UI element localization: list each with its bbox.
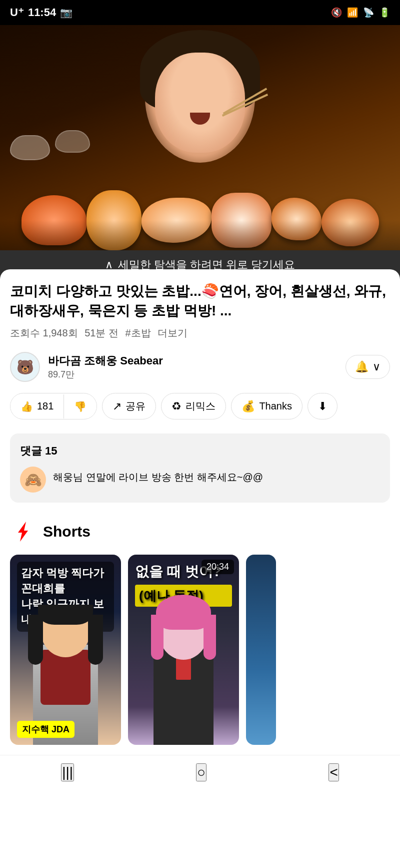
short-card-1[interactable]: 감자 먹방 찍다가 꼰대희를나락 입구까지 보내는 오해원: [10, 555, 121, 745]
view-count: 조회수 1,948회: [10, 327, 78, 338]
comment-text: 해웅님 연말에 라이브 방송 한번 해주세요~@@: [53, 467, 263, 485]
channel-name: 바다곰 조해웅 Seabear: [48, 353, 163, 368]
channel-avatar: 🐻: [10, 352, 40, 382]
share-label: 공유: [126, 399, 146, 413]
video-title: 코미치 다양하고 맛있는 초밥...🍣연어, 장어, 흰살생선, 와규,대하장새…: [10, 281, 390, 320]
time-ago: 51분 전: [84, 327, 118, 338]
thanks-label: Thanks: [259, 400, 292, 412]
short-thumbnail-1: 감자 먹방 찍다가 꼰대희를나락 입구까지 보내는 오해원: [10, 555, 121, 745]
thumbs-up-icon: 👍: [20, 400, 33, 412]
download-button[interactable]: ⬇: [308, 393, 338, 419]
like-button[interactable]: 👍 181: [10, 394, 64, 418]
status-right: 🔇 📶 📡 🔋: [331, 7, 390, 18]
shorts-logo-icon: [10, 519, 36, 545]
shorts-title: Shorts: [43, 523, 90, 540]
battery-icon: 🔋: [379, 7, 390, 18]
short-thumbnail-2: 없을 때 벗어? (예나 동절): [128, 555, 239, 745]
camera-icon: 📷: [60, 7, 72, 19]
status-left: U⁺ 11:54 📷: [10, 6, 72, 19]
like-dislike-section: 👍 181 👎: [10, 393, 97, 419]
more-button[interactable]: 더보기: [158, 327, 188, 338]
action-row: 👍 181 👎 ↗ 공유 ♻ 리믹스 💰 Thanks ⬇: [10, 393, 390, 421]
mute-icon: 🔇: [331, 7, 342, 18]
short-duration-2: 20:34: [202, 560, 234, 574]
carrier-label: U⁺: [10, 6, 24, 19]
short-badge-1: 지수핵 JDA: [17, 721, 74, 738]
download-icon: ⬇: [318, 400, 327, 413]
signal-icon: 📡: [363, 7, 374, 18]
remix-label: 리믹스: [186, 399, 216, 413]
video-meta: 조회수 1,948회 51분 전 #초밥 더보기: [10, 326, 390, 340]
shorts-grid: 감자 먹방 찍다가 꼰대희를나락 입구까지 보내는 오해원: [10, 555, 390, 745]
menu-icon: |||: [62, 764, 73, 780]
hashtag: #초밥: [126, 327, 151, 338]
thanks-icon: 💰: [242, 400, 255, 413]
video-thumbnail: [0, 25, 400, 250]
like-count: 181: [37, 400, 54, 412]
share-icon: ↗: [112, 400, 122, 413]
shorts-section: Shorts 감자 먹방 찍다가 꼰대희를나락 입구까지 보내는 오해원: [0, 519, 400, 745]
short-card-2[interactable]: 없을 때 벗어? (예나 동절): [128, 555, 239, 745]
notification-button[interactable]: 🔔 ∨: [346, 355, 390, 379]
comments-header: 댓글 15: [20, 444, 380, 459]
dislike-button[interactable]: 👎: [64, 394, 96, 418]
time-label: 11:54: [28, 6, 56, 19]
remix-button[interactable]: ♻ 리믹스: [161, 393, 226, 419]
avatar-emoji: 🐻: [16, 359, 34, 375]
thumbs-down-icon: 👎: [74, 400, 86, 412]
short-thumbnail-3: [246, 555, 276, 745]
wifi-icon: 📶: [347, 7, 358, 18]
channel-row: 🐻 바다곰 조해웅 Seabear 89.7만 🔔 ∨: [10, 352, 390, 382]
subscriber-count: 89.7만: [48, 368, 163, 380]
channel-info[interactable]: 🐻 바다곰 조해웅 Seabear 89.7만: [10, 352, 163, 382]
comment-avatar: 🙈: [20, 467, 46, 493]
nav-menu-button[interactable]: |||: [61, 763, 74, 781]
video-player[interactable]: [0, 25, 400, 250]
comments-section[interactable]: 댓글 15 🙈 해웅님 연말에 라이브 방송 한번 해주세요~@@: [10, 433, 390, 503]
home-icon: ○: [197, 764, 206, 780]
back-icon: <: [330, 764, 338, 780]
bell-icon: 🔔: [355, 360, 368, 373]
chevron-down-icon: ∨: [372, 360, 380, 373]
nav-home-button[interactable]: ○: [196, 763, 206, 781]
short-card-3[interactable]: [246, 555, 276, 745]
thanks-button[interactable]: 💰 Thanks: [231, 393, 302, 419]
comments-label: 댓글 15: [20, 445, 58, 457]
main-content: 코미치 다양하고 맛있는 초밥...🍣연어, 장어, 흰살생선, 와규,대하장새…: [0, 269, 400, 503]
nav-back-button[interactable]: <: [328, 763, 338, 781]
remix-icon: ♻: [172, 400, 182, 413]
share-button[interactable]: ↗ 공유: [102, 393, 156, 419]
comment-item: 🙈 해웅님 연말에 라이브 방송 한번 해주세요~@@: [20, 467, 380, 493]
shorts-header: Shorts: [10, 519, 390, 545]
channel-text: 바다곰 조해웅 Seabear 89.7만: [48, 353, 163, 380]
status-bar: U⁺ 11:54 📷 🔇 📶 📡 🔋: [0, 0, 400, 25]
bottom-navigation: ||| ○ <: [0, 755, 400, 789]
